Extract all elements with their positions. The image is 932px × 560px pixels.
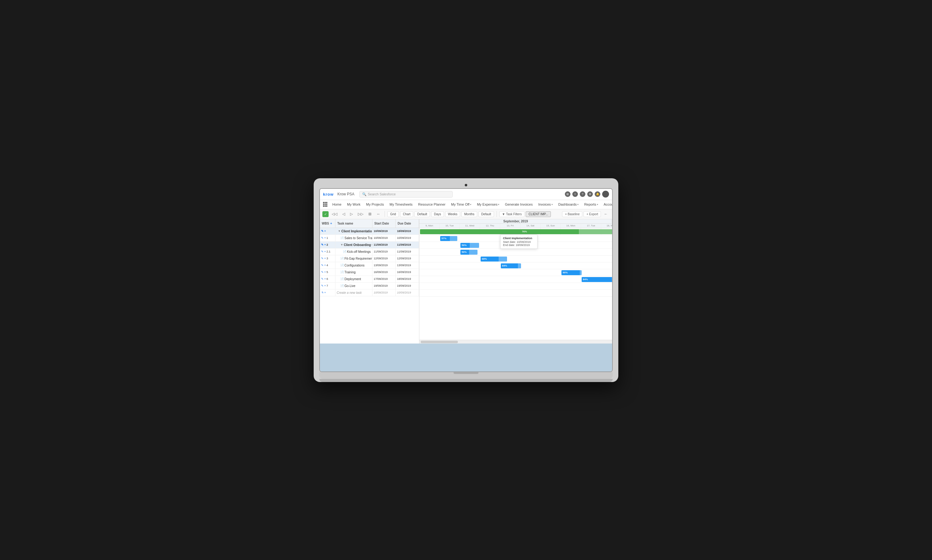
gantt-tooltip: Client Implementation Start date: 10/09/…: [500, 234, 537, 249]
table-row: ✎ + 6 📄 Deployment 17/09/2019 18/09/2019: [320, 276, 419, 283]
edit-icon[interactable]: ✎: [321, 243, 324, 246]
gantt-row: 50%: [420, 249, 612, 255]
settings-icon[interactable]: ⚙: [587, 191, 593, 197]
expand-icon[interactable]: ⊞: [367, 211, 373, 217]
edit-icon[interactable]: ✎: [321, 236, 324, 240]
months-button[interactable]: Months: [461, 211, 477, 217]
wbs-num: 3: [326, 257, 328, 260]
add-icon[interactable]: +: [324, 271, 326, 274]
default2-button[interactable]: Default: [478, 211, 494, 217]
bell-icon[interactable]: 🔔: [595, 191, 600, 197]
add-icon[interactable]: +: [324, 243, 326, 246]
gantt-bar[interactable]: 84%: [582, 277, 612, 282]
default-view-button[interactable]: Default: [414, 211, 430, 217]
menu-mywork[interactable]: My Work: [344, 201, 363, 208]
task-filter-button[interactable]: ▼ Task Filters: [499, 211, 525, 217]
nav-first-icon[interactable]: ◁◁: [330, 211, 339, 217]
wbs-num: 1: [326, 236, 328, 240]
table-row: ✎ + Create a new task 10/09/2019 10/09/2…: [320, 289, 419, 296]
back-button[interactable]: ←: [602, 211, 610, 217]
add-task-icon[interactable]: +: [324, 229, 326, 232]
add-icon[interactable]: +: [324, 257, 326, 260]
help-icon[interactable]: ?: [580, 191, 585, 197]
menu-timeoff[interactable]: My Time Off ▾: [449, 201, 474, 208]
client-button[interactable]: CLIENT IMP...: [526, 211, 551, 217]
gantt-bar[interactable]: 68%: [481, 257, 507, 262]
due-cell: 18/09/2019: [396, 228, 419, 234]
wbs-num: 5: [326, 271, 328, 274]
expand-icon[interactable]: ▼: [340, 243, 343, 246]
menu-invoices-gen[interactable]: Generate Invoices: [502, 201, 535, 208]
edit-icon[interactable]: ✎: [321, 284, 324, 287]
gantt-month-row: September, 2019: [420, 219, 612, 224]
add-wbs-icon[interactable]: +: [330, 222, 332, 225]
nav-last-icon[interactable]: ▷▷: [356, 211, 365, 217]
menu-dashboards[interactable]: Dashboards ▾: [556, 201, 581, 208]
add-icon[interactable]: +: [324, 250, 326, 253]
export-button[interactable]: + Export: [583, 211, 601, 217]
menu-accounts[interactable]: Accounts ▾: [601, 201, 613, 208]
task-cell: ▼ Client Onboarding Cal...: [335, 242, 372, 248]
add-icon[interactable]: +: [324, 284, 326, 287]
menu-reports[interactable]: Reports ▾: [582, 201, 600, 208]
grid-icon[interactable]: ⊞: [565, 191, 571, 197]
menu-myprojects[interactable]: My Projects: [364, 201, 386, 208]
menu-timesheets[interactable]: My Timesheets: [387, 201, 415, 208]
gantt-body: 76% Client Implementation Start date: 10…: [420, 228, 612, 340]
gantt-bar[interactable]: 76%: [420, 229, 612, 234]
gantt-row: Go-Live: [420, 283, 612, 290]
add-icon[interactable]: +: [324, 277, 326, 280]
gantt-bar[interactable]: 57%: [440, 236, 457, 241]
edit-icon[interactable]: ✎: [321, 277, 324, 280]
edit-icon[interactable]: ✎: [321, 250, 324, 253]
nav-next-icon[interactable]: ▷: [348, 211, 355, 217]
wbs-cell: ✎ + 4: [320, 262, 335, 269]
add-icon[interactable]: +: [324, 291, 326, 294]
edit-icon[interactable]: ✎: [321, 229, 324, 232]
task-doc-icon: 📄: [340, 271, 344, 274]
menu-invoices[interactable]: Invoices ▾: [535, 201, 555, 208]
weeks-button[interactable]: Weeks: [445, 211, 460, 217]
gantt-day-cell: 12, Thu: [480, 224, 500, 228]
new-icon[interactable]: +: [572, 191, 578, 197]
task-doc-icon: 📄: [340, 257, 344, 260]
expand-task-icon[interactable]: ▼: [338, 229, 341, 232]
due-header: Due Date: [396, 219, 419, 228]
menu-resource[interactable]: Resource Planner: [416, 201, 448, 208]
start-cell: 16/09/2019: [372, 269, 396, 275]
fit-icon[interactable]: ↔: [375, 211, 382, 217]
app-grid-icon[interactable]: [323, 202, 327, 207]
days-button[interactable]: Days: [431, 211, 444, 217]
gantt-bar[interactable]: 84%: [501, 263, 521, 268]
check-button[interactable]: ✓: [322, 211, 329, 217]
chart-view-button[interactable]: Chart: [400, 211, 413, 217]
add-icon[interactable]: +: [324, 236, 326, 240]
avatar[interactable]: [602, 191, 609, 197]
gantt-bar[interactable]: 90%: [562, 270, 582, 275]
start-cell: 10/09/2019: [372, 289, 396, 296]
gantt-scrollbar[interactable]: [420, 340, 612, 343]
grid-view-button[interactable]: Grid: [387, 211, 399, 217]
laptop-base: [319, 372, 613, 379]
toolbar: ✓ ◁◁ ◁ ▷ ▷▷ ⊞ ↔ Grid Chart Default Days …: [320, 209, 612, 219]
baseline-button[interactable]: + Baseline: [562, 211, 582, 217]
gantt-bar[interactable]: 50%: [460, 243, 479, 248]
main-content: WBS + Task name Start Date Due Date ✎ +: [320, 219, 612, 343]
edit-icon[interactable]: ✎: [321, 271, 324, 274]
gantt-day-cell: 17, Tue: [581, 224, 601, 228]
edit-icon[interactable]: ✎: [321, 264, 324, 267]
add-icon[interactable]: +: [324, 264, 326, 267]
gantt-day-cell: 13, Fri: [500, 224, 520, 228]
task-header: Task name: [335, 219, 372, 228]
nav-prev-icon[interactable]: ◁: [340, 211, 347, 217]
gantt-day-cell: 14, Sat: [520, 224, 541, 228]
gantt-bar[interactable]: 50%: [460, 250, 477, 255]
start-cell: 17/09/2019: [372, 276, 396, 282]
menu-home[interactable]: Home: [330, 201, 344, 208]
menu-expenses[interactable]: My Expenses ▾: [474, 201, 502, 208]
edit-icon[interactable]: ✎: [321, 257, 324, 260]
start-cell: 13/09/2019: [372, 262, 396, 269]
edit-icon[interactable]: ✎: [321, 291, 324, 294]
search-bar[interactable]: 🔍 Search Salesforce: [360, 191, 453, 197]
task-cell: 📄 Kick-off Meetings: [335, 248, 372, 255]
